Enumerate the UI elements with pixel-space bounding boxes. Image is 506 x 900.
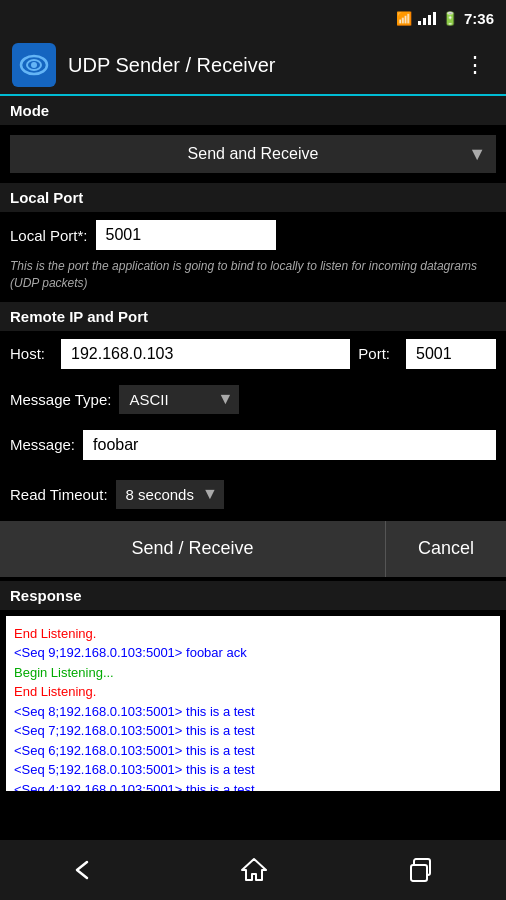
timeout-label: Read Timeout: bbox=[10, 486, 108, 503]
local-port-hint: This is the port the application is goin… bbox=[10, 254, 496, 298]
response-line: <Seq 4;192.168.0.103:5001> this is a tes… bbox=[14, 780, 492, 791]
battery-icon: 🔋 bbox=[442, 11, 458, 26]
mode-section-header: Mode bbox=[0, 96, 506, 125]
buttons-row: Send / Receive Cancel bbox=[0, 521, 506, 577]
app-title: UDP Sender / Receiver bbox=[68, 54, 456, 77]
back-button[interactable] bbox=[51, 850, 119, 890]
svg-point-2 bbox=[31, 62, 37, 68]
message-row: Message: bbox=[10, 430, 496, 460]
response-line: End Listening. bbox=[14, 624, 492, 644]
port-label: Port: bbox=[358, 345, 390, 362]
status-time: 7:36 bbox=[464, 10, 494, 27]
svg-rect-5 bbox=[411, 865, 427, 881]
timeout-dropdown-wrapper: 8 seconds ▼ bbox=[116, 480, 224, 509]
mode-dropdown-arrow: ▼ bbox=[468, 144, 486, 165]
send-receive-button[interactable]: Send / Receive bbox=[0, 521, 386, 577]
remote-section: Host: Port: bbox=[0, 331, 506, 377]
host-label: Host: bbox=[10, 345, 45, 362]
recent-apps-button[interactable] bbox=[389, 849, 455, 891]
local-port-section: Local Port*: This is the port the applic… bbox=[0, 212, 506, 302]
local-port-row: Local Port*: bbox=[10, 220, 496, 250]
msg-type-section: Message Type: ASCII ▼ bbox=[0, 377, 506, 422]
msg-type-dropdown[interactable]: ASCII bbox=[119, 385, 239, 414]
cancel-button[interactable]: Cancel bbox=[386, 521, 506, 577]
msg-type-row: Message Type: ASCII ▼ bbox=[10, 385, 496, 414]
mode-selected-value: Send and Receive bbox=[188, 145, 319, 163]
mode-dropdown[interactable]: Send and Receive ▼ bbox=[10, 135, 496, 173]
timeout-row: Read Timeout: 8 seconds ▼ bbox=[10, 480, 496, 509]
response-section: Response End Listening.<Seq 9;192.168.0.… bbox=[0, 581, 506, 791]
nav-bar bbox=[0, 840, 506, 900]
wifi-icon: 📶 bbox=[396, 11, 412, 26]
local-port-section-header: Local Port bbox=[0, 183, 506, 212]
home-button[interactable] bbox=[220, 848, 288, 892]
response-line: Begin Listening... bbox=[14, 663, 492, 683]
msg-type-label: Message Type: bbox=[10, 391, 111, 408]
response-line: <Seq 5;192.168.0.103:5001> this is a tes… bbox=[14, 760, 492, 780]
remote-row: Host: Port: bbox=[10, 339, 496, 369]
port-input[interactable] bbox=[406, 339, 496, 369]
response-section-header: Response bbox=[0, 581, 506, 610]
response-content: End Listening.<Seq 9;192.168.0.103:5001>… bbox=[6, 616, 500, 791]
status-bar: 📶 🔋 7:36 bbox=[0, 0, 506, 36]
app-icon bbox=[12, 43, 56, 87]
host-input[interactable] bbox=[61, 339, 350, 369]
response-line: <Seq 6;192.168.0.103:5001> this is a tes… bbox=[14, 741, 492, 761]
timeout-dropdown[interactable]: 8 seconds bbox=[116, 480, 224, 509]
message-section: Message: bbox=[0, 422, 506, 472]
msg-type-dropdown-wrapper: ASCII ▼ bbox=[119, 385, 239, 414]
timeout-section: Read Timeout: 8 seconds ▼ bbox=[0, 472, 506, 517]
response-line: <Seq 9;192.168.0.103:5001> foobar ack bbox=[14, 643, 492, 663]
overflow-menu-button[interactable]: ⋮ bbox=[456, 48, 494, 82]
mode-section: Send and Receive ▼ bbox=[0, 125, 506, 183]
response-line: End Listening. bbox=[14, 682, 492, 702]
local-port-input[interactable] bbox=[96, 220, 276, 250]
response-line: <Seq 8;192.168.0.103:5001> this is a tes… bbox=[14, 702, 492, 722]
message-label: Message: bbox=[10, 436, 75, 453]
svg-marker-3 bbox=[242, 859, 266, 880]
response-line: <Seq 7;192.168.0.103:5001> this is a tes… bbox=[14, 721, 492, 741]
message-input[interactable] bbox=[83, 430, 496, 460]
signal-bars bbox=[418, 11, 436, 25]
app-bar: UDP Sender / Receiver ⋮ bbox=[0, 36, 506, 96]
local-port-label: Local Port*: bbox=[10, 227, 88, 244]
msg-type-selected: ASCII bbox=[129, 391, 168, 408]
remote-section-header: Remote IP and Port bbox=[0, 302, 506, 331]
timeout-selected: 8 seconds bbox=[126, 486, 194, 503]
